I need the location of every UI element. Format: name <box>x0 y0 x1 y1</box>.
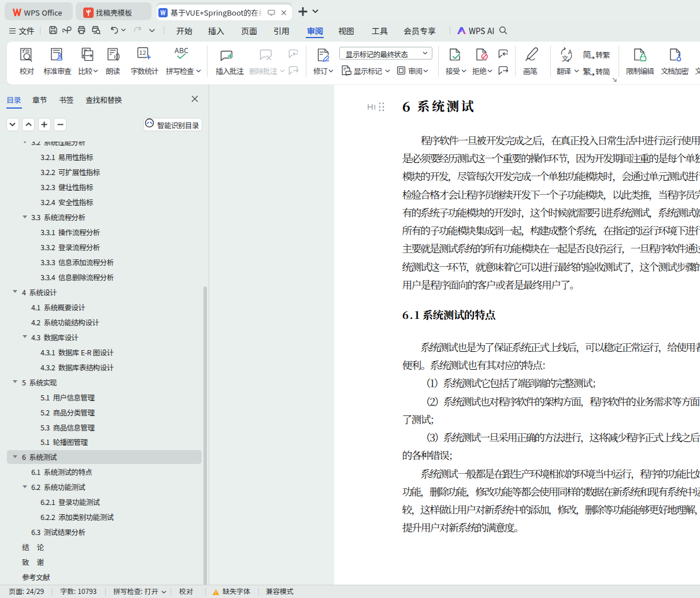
svg-text:W: W <box>161 8 166 17</box>
svg-text:12: 12 <box>139 48 146 57</box>
svg-text:!: ! <box>215 589 217 596</box>
svg-text:ABC: ABC <box>175 46 188 55</box>
